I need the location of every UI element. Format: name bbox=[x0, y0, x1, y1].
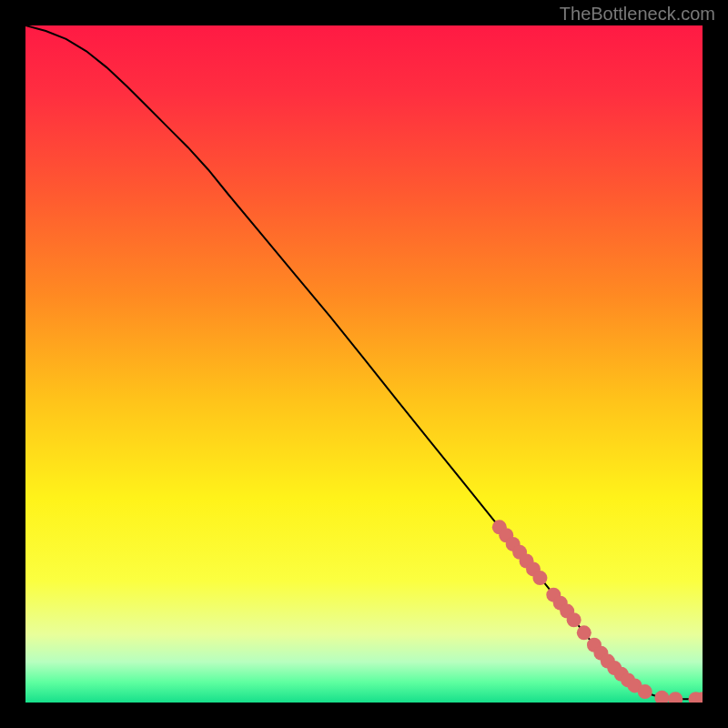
bottleneck-chart bbox=[25, 25, 703, 703]
gradient-background bbox=[25, 25, 703, 703]
data-point bbox=[567, 612, 581, 627]
data-point bbox=[532, 571, 547, 585]
data-point bbox=[577, 625, 592, 640]
data-point bbox=[638, 684, 652, 699]
attribution-text: TheBottleneck.com bbox=[560, 4, 715, 25]
